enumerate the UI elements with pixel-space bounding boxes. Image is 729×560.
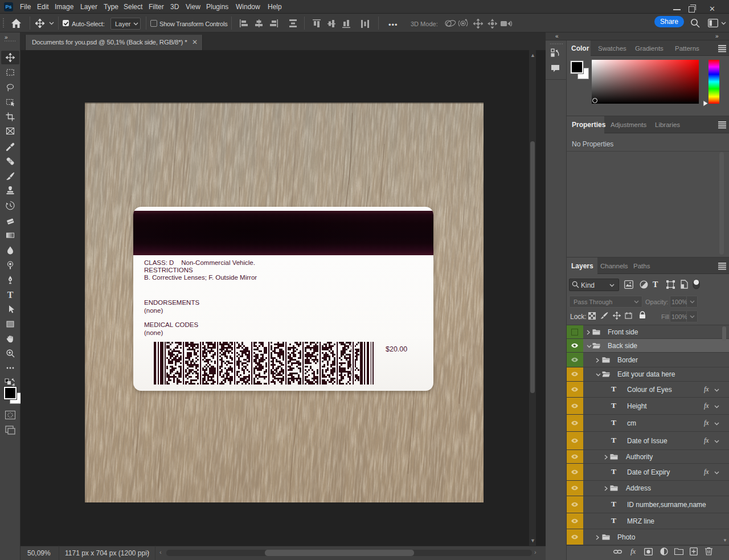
svg-text:T: T <box>7 290 14 299</box>
